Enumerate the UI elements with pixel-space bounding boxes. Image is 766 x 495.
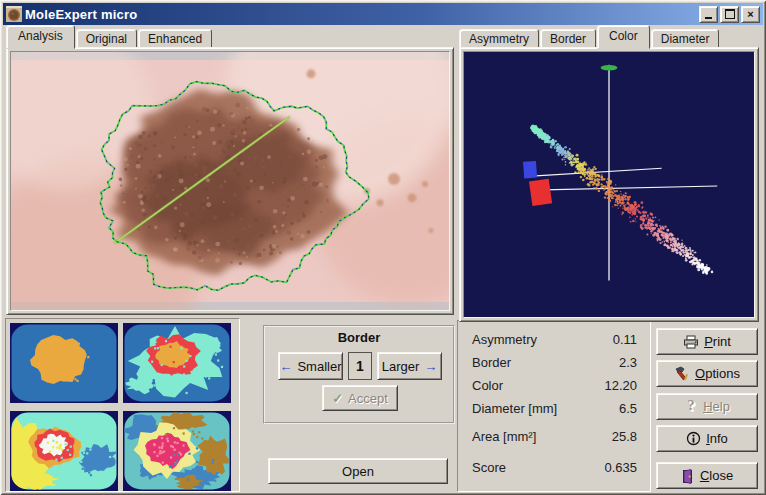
moleexpert-window: MoleExpert micro × Analysis Original Enh… [0,0,766,495]
result-row-area: Area [mm²]25.8 [472,429,637,444]
tab-label: Original [86,32,127,46]
result-value: 2.3 [619,355,637,370]
tab-label: Asymmetry [469,32,529,46]
segmentation-grid-panel [5,318,240,492]
tab-enhanced[interactable]: Enhanced [138,29,212,48]
border-step-value[interactable]: 1 [348,352,372,380]
tab-original[interactable]: Original [76,29,137,48]
info-label: Info [706,431,728,446]
smaller-label: Smaller [297,359,341,374]
title-bar[interactable]: MoleExpert micro × [3,3,763,25]
segmentation-thumb-1[interactable] [10,323,118,403]
door-icon [681,468,695,484]
result-row-asymmetry: Asymmetry0.11 [472,332,637,347]
maximize-icon [725,9,735,19]
result-row-score: Score0.635 [472,460,637,475]
segmentation-thumb-3[interactable] [10,411,118,491]
tab-border[interactable]: Border [540,29,596,48]
open-button[interactable]: Open [268,458,448,484]
result-value: 12.20 [604,378,637,393]
lesion-photo-frame [10,51,450,311]
result-label: Asymmetry [472,332,537,347]
right-tab-strip: Asymmetry Border Color Diameter [459,29,720,48]
color-plot-frame [463,51,755,318]
color-page [459,47,759,322]
minimize-button[interactable] [699,6,718,23]
larger-label: Larger [382,359,420,374]
result-value: 6.5 [619,401,637,416]
tab-label: Analysis [18,29,63,43]
tab-color[interactable]: Color [597,25,650,49]
question-icon: ? ? [684,399,698,414]
result-label: Score [472,460,506,475]
checkmark-icon: ✓ [332,391,343,406]
open-label: Open [342,464,374,479]
result-label: Area [mm²] [472,429,536,444]
window-title: MoleExpert micro [25,7,137,22]
tools-icon [674,366,690,381]
result-row-border: Border2.3 [472,355,637,370]
options-label: Options [695,366,740,381]
results-panel: Asymmetry0.11 Border2.3 Color12.20 Diame… [457,320,651,492]
border-groupbox: Border ← Smaller 1 Larger → ✓ Accept [263,325,455,424]
printer-icon [683,335,699,349]
print-label: Print [704,334,731,349]
segmentation-thumb-4[interactable] [123,411,231,491]
result-label: Color [472,378,503,393]
result-label: Diameter [mm] [472,401,557,416]
lesion-photo [11,52,450,310]
color-space-scatter-plot [464,52,755,317]
close-icon: × [747,9,753,20]
print-button[interactable]: Print [656,328,758,355]
left-tab-strip: Analysis Original Enhanced [6,29,213,48]
result-label: Border [472,355,511,370]
result-value: 0.635 [604,460,637,475]
result-value: 25.8 [612,429,637,444]
tab-label: Enhanced [148,32,202,46]
close-label: Close [700,468,733,483]
arrow-left-icon: ← [279,359,292,374]
app-icon [6,6,22,22]
svg-text:?: ? [688,399,695,413]
smaller-button[interactable]: ← Smaller [278,352,343,380]
maximize-button[interactable] [720,6,739,23]
minimize-icon [705,17,712,19]
border-group-title: Border [265,330,453,345]
accept-label: Accept [348,391,388,406]
tab-label: Diameter [661,32,710,46]
tab-asymmetry[interactable]: Asymmetry [459,29,539,48]
help-label: Help [703,399,730,414]
info-button[interactable]: Info [656,425,758,452]
larger-button[interactable]: Larger → [377,352,442,380]
help-button[interactable]: ? ? Help [656,393,758,420]
tab-label: Border [550,32,586,46]
tab-analysis[interactable]: Analysis [6,25,75,49]
analysis-page [6,47,454,315]
info-icon [686,431,701,446]
close-window-button[interactable]: Close [656,462,758,489]
tab-label: Color [609,29,638,43]
accept-button[interactable]: ✓ Accept [322,385,398,411]
result-row-diameter: Diameter [mm]6.5 [472,401,637,416]
arrow-right-icon: → [424,359,437,374]
result-row-color: Color12.20 [472,378,637,393]
result-value: 0.11 [613,332,637,347]
options-button[interactable]: Options [656,360,758,387]
tab-diameter[interactable]: Diameter [651,29,720,48]
segmentation-thumb-2[interactable] [123,323,231,403]
close-button[interactable]: × [741,6,760,23]
